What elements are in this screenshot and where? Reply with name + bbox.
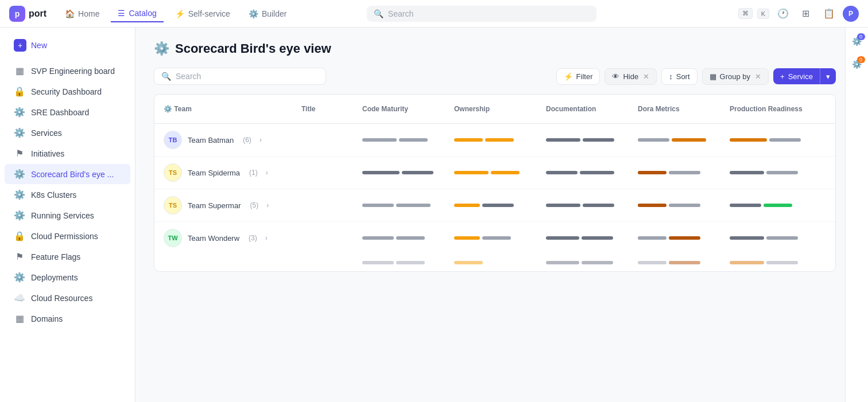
progress-bar [730,138,767,142]
logo[interactable]: p port [9,6,46,22]
progress-bar [546,171,578,174]
sidebar-item-svp[interactable]: ▦ SVP Engineering board [5,61,130,81]
sidebar-item-services[interactable]: ⚙️ Services [5,123,130,143]
sidebar-item-cloud-permissions[interactable]: 🔒 Cloud Permissions [5,226,130,246]
group-by-close-icon[interactable]: ✕ [755,72,761,81]
progress-bar [638,138,669,142]
progress-group [362,261,436,264]
nav-catalog[interactable]: ☰ Catalog [111,5,163,22]
sidebar-item-sre[interactable]: ⚙️ SRE Dashboard [5,102,130,122]
td-production [720,131,835,149]
sidebar-item-feature-flags[interactable]: ⚑ Feature Flags [5,247,130,267]
sort-button[interactable]: ↕ Sort [661,68,697,85]
expand-icon[interactable]: › [266,169,268,177]
td-title [292,166,353,179]
table-row[interactable]: TBTeam Batman(6)› [154,124,835,157]
new-icon: + [14,39,26,52]
progress-bar-row [730,236,826,240]
team-count: (1) [249,169,258,177]
progress-group [638,236,711,240]
sidebar-item-domains[interactable]: ▦ Domains [5,309,130,329]
notifications-button[interactable]: 📋 [820,5,838,23]
progress-row [362,261,436,264]
progress-bar [769,138,801,142]
sidebar-item-scorecard[interactable]: ⚙️ Scorecard Bird's eye ... [5,164,130,184]
nav-builder[interactable]: ⚙️ Builder [242,6,294,22]
progress-bar [399,138,428,142]
group-by-button[interactable]: ▦ Group by ✕ [702,68,769,85]
team-col-icon: ⚙️ [164,105,174,113]
progress-bar [580,171,614,174]
progress-group [730,138,826,142]
toolbar-actions: ⚡ Filter 👁 Hide ✕ ↕ Sort ▦ Group by ✕ [556,68,836,85]
main-layout: + New ▦ SVP Engineering board 🔒 Security… [0,0,868,402]
deployments-icon: ⚙️ [14,272,25,283]
progress-bar [491,171,520,174]
nav-self-service[interactable]: ⚡ Self-service [168,6,237,22]
filter-button[interactable]: ⚡ Filter [556,68,600,85]
table-row[interactable]: TSTeam Spiderma(1)› [154,157,835,189]
initiatives-icon: ⚑ [14,148,25,159]
hide-button[interactable]: 👁 Hide ✕ [604,68,657,85]
page-title-icon: ⚙️ [154,41,169,56]
col-dora: Dora Metrics [629,100,720,118]
sidebar-item-deployments[interactable]: ⚙️ Deployments [5,267,130,287]
td-documentation [537,197,629,214]
expand-icon[interactable]: › [266,201,269,209]
team-name: Team Supermar [188,201,241,210]
bar [454,261,483,264]
sre-icon: ⚙️ [14,107,25,118]
td-documentation [537,229,629,247]
sidebar-item-cloud-resources[interactable]: ☁️ Cloud Resources [5,288,130,308]
sidebar-item-running[interactable]: ⚙️ Running Services [5,205,130,225]
global-search[interactable]: 🔍 Search [367,6,596,22]
progress-group [454,261,528,264]
team-name: Team Wonderw [188,234,239,243]
apps-button[interactable]: ⊞ [797,5,815,23]
progress-bar-row [362,171,436,174]
progress-bar [583,138,614,142]
right-panel-orange-btn[interactable]: ⚙️ 0 [848,55,866,73]
expand-icon[interactable]: › [265,234,268,242]
hide-close-icon[interactable]: ✕ [643,72,649,81]
progress-bar-row [454,171,528,174]
progress-group [362,171,436,174]
table-row[interactable]: TWTeam Wonderw(3)› [154,222,835,254]
table-row[interactable]: TSTeam Supermar(5)› [154,189,835,222]
table-row-partial[interactable] [154,254,835,271]
table-search[interactable]: 🔍 Search [154,68,326,85]
service-btn-arrow[interactable]: ▾ [820,69,836,84]
progress-bar-row [638,138,711,142]
td-documentation [537,131,629,149]
progress-group [454,236,528,240]
td-ownership [445,164,537,181]
kbd-cmd: ⌘ [738,8,753,19]
bar [396,261,425,264]
user-avatar[interactable]: P [843,6,859,22]
main-content: ⚙️ Scorecard Bird's eye view 🔍 Search ⚡ … [135,28,868,402]
progress-bar [669,171,700,174]
sidebar-item-security[interactable]: 🔒 Security Dashboard [5,81,130,102]
team-cell: TBTeam Batman(6)› [154,124,292,156]
sidebar: + New ▦ SVP Engineering board 🔒 Security… [0,28,135,402]
td-code-maturity [353,197,445,214]
col-title: Title [292,100,353,118]
progress-bar [583,204,614,207]
bar [730,261,764,264]
builder-icon: ⚙️ [249,9,258,18]
td-ownership [445,131,537,149]
expand-icon[interactable]: › [259,136,262,144]
sidebar-item-initiatives[interactable]: ⚑ Initiatives [5,143,130,163]
search-icon-small: 🔍 [161,72,171,81]
sidebar-new-button[interactable]: + New [5,34,130,56]
nav-home[interactable]: 🏠 Home [58,6,106,22]
col-production: Production Readiness [720,100,835,118]
bar [362,261,394,264]
bar [766,261,798,264]
cloud-icon: ☁️ [14,292,25,303]
right-panel-badge-btn[interactable]: ⚙️ 0 [848,32,866,50]
sidebar-item-k8s[interactable]: ⚙️ K8s Clusters [5,185,130,205]
service-button[interactable]: + Service ▾ [773,68,836,84]
history-button[interactable]: 🕐 [774,5,792,23]
service-button-main[interactable]: + Service [773,69,820,84]
